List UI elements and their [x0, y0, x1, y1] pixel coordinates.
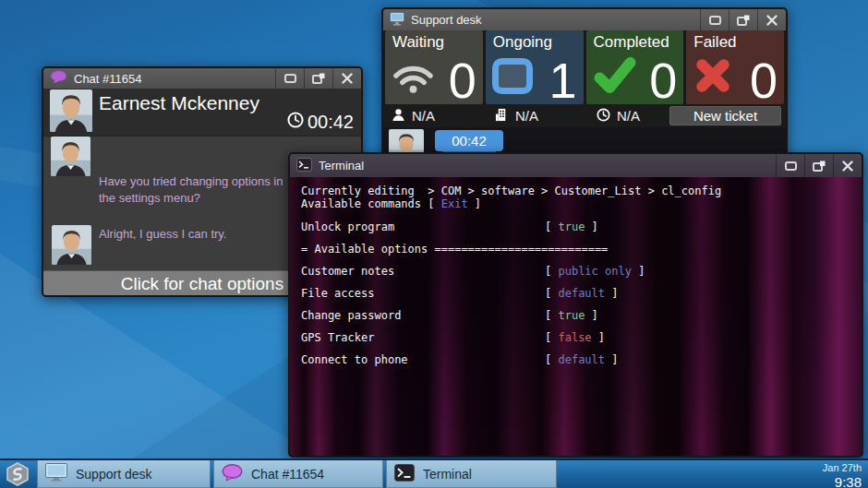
- option-label: Connect to phone: [301, 353, 545, 366]
- option-label: Change password: [301, 309, 545, 322]
- terminal-option-unlock[interactable]: Unlock program[ true ]: [301, 220, 862, 233]
- terminal-output: Currently editing > COM > software > Cus…: [290, 177, 862, 456]
- taskbar-item-label: Chat #11654: [251, 467, 324, 482]
- option-label: Customer notes: [301, 265, 545, 278]
- building-icon: [495, 108, 509, 125]
- exit-command[interactable]: Exit: [441, 197, 468, 210]
- chat-message: Alright, I guess I can try.: [99, 226, 296, 243]
- avatar: [51, 137, 90, 176]
- window-title: Chat #11654: [74, 72, 275, 86]
- info-customer: N/A: [392, 104, 435, 127]
- stat-failed: Failed 0: [686, 30, 784, 104]
- option-label: File access: [301, 287, 545, 300]
- bracket: ]: [605, 287, 618, 300]
- person-icon: [392, 108, 405, 125]
- option-value[interactable]: public only: [558, 265, 631, 278]
- info-company: N/A: [495, 104, 538, 127]
- taskbar-item-label: Support desk: [76, 467, 152, 482]
- commands-suffix: ]: [468, 197, 481, 210]
- chat-bubble-icon: [222, 464, 243, 484]
- bracket: ]: [592, 331, 605, 344]
- minimize-button[interactable]: [700, 9, 729, 30]
- clock-icon: [287, 112, 304, 133]
- bracket: ]: [585, 220, 597, 233]
- desktop: Support desk Waiting 0 Ongoing 1: [0, 0, 868, 488]
- option-value[interactable]: false: [558, 331, 591, 344]
- terminal-option-customer-notes[interactable]: Customer notes[ public only ]: [301, 265, 862, 278]
- stat-value: 0: [449, 55, 476, 105]
- option-label: Unlock program: [301, 220, 545, 233]
- window-title: Support desk: [411, 13, 700, 27]
- stat-value: 0: [750, 55, 778, 105]
- bracket: [: [545, 287, 558, 300]
- monitor-icon: [45, 463, 67, 484]
- taskbar: Support desk Chat #11654 Terminal Jan 27…: [0, 458, 868, 488]
- window-icon: [492, 58, 533, 98]
- restore-button[interactable]: [729, 9, 757, 30]
- bracket: ]: [585, 309, 597, 322]
- close-icon[interactable]: [757, 9, 786, 30]
- restore-button[interactable]: [304, 68, 332, 89]
- chat-titlebar[interactable]: Chat #11654: [43, 68, 361, 89]
- restore-button[interactable]: [804, 154, 833, 177]
- chat-customer-header: Earnest Mckenney 00:42: [43, 89, 361, 137]
- terminal-icon: [296, 158, 312, 174]
- stat-value: 0: [649, 55, 677, 105]
- ticket-stats-row: Waiting 0 Ongoing 1 Completed 0: [383, 30, 786, 104]
- minimize-button[interactable]: [776, 154, 804, 177]
- bracket: ]: [605, 353, 618, 366]
- chat-bubble-icon: [50, 70, 67, 87]
- option-value[interactable]: true: [558, 220, 585, 233]
- terminal-options-separator: = Available options ====================…: [301, 243, 862, 256]
- minimize-button[interactable]: [275, 68, 304, 89]
- stat-waiting: Waiting 0: [385, 30, 483, 104]
- window-title: Terminal: [319, 159, 776, 173]
- customer-name: Earnest Mckenney: [99, 92, 259, 114]
- stat-label: Completed: [594, 33, 669, 52]
- chat-timer: 00:42: [287, 112, 354, 133]
- stat-completed: Completed 0: [586, 30, 684, 104]
- taskbar-time: 9:38: [823, 474, 862, 488]
- close-icon[interactable]: [833, 154, 862, 177]
- terminal-option-connect-phone[interactable]: Connect to phone[ default ]: [301, 353, 862, 366]
- option-label: GPS Tracker: [301, 331, 545, 344]
- new-ticket-button[interactable]: New ticket: [669, 106, 781, 125]
- close-icon[interactable]: [332, 68, 361, 89]
- option-value[interactable]: true: [558, 309, 585, 322]
- taskbar-item-chat[interactable]: Chat #11654: [213, 460, 383, 488]
- ticket-timer-badge: 00:42: [435, 130, 503, 151]
- taskbar-clock[interactable]: Jan 27th 9:38: [823, 462, 862, 488]
- info-time: N/A: [597, 104, 640, 127]
- option-value[interactable]: default: [558, 287, 605, 300]
- terminal-window: Terminal Currently editing > COM > softw…: [288, 152, 863, 458]
- info-value: N/A: [412, 108, 435, 124]
- bracket: ]: [632, 265, 645, 278]
- bracket: [: [545, 331, 558, 344]
- start-logo-icon[interactable]: [6, 462, 30, 486]
- info-value: N/A: [515, 108, 538, 124]
- chat-timer-value: 00:42: [307, 112, 354, 133]
- stat-label: Ongoing: [493, 33, 552, 52]
- bracket: [: [545, 265, 558, 278]
- ticket-info-row: N/A N/A N/A New ticket: [383, 104, 786, 127]
- monitor-icon: [390, 12, 404, 29]
- terminal-option-gps-tracker[interactable]: GPS Tracker[ false ]: [301, 331, 862, 344]
- commands-prefix: Available commands [: [301, 197, 441, 210]
- terminal-icon: [394, 464, 415, 484]
- cross-icon: [693, 57, 733, 98]
- terminal-option-file-access[interactable]: File access[ default ]: [301, 287, 862, 300]
- support-desk-titlebar[interactable]: Support desk: [383, 9, 786, 30]
- terminal-breadcrumb: Currently editing > COM > software > Cus…: [301, 184, 862, 197]
- wifi-icon: [392, 61, 435, 98]
- terminal-titlebar[interactable]: Terminal: [290, 154, 862, 177]
- terminal-option-change-password[interactable]: Change password[ true ]: [301, 309, 862, 322]
- bracket: [: [545, 353, 558, 366]
- option-value[interactable]: default: [558, 353, 605, 366]
- check-icon: [593, 56, 637, 98]
- clock-icon: [597, 108, 610, 125]
- avatar: [50, 89, 92, 132]
- taskbar-item-terminal[interactable]: Terminal: [386, 460, 557, 488]
- bracket: [: [545, 220, 558, 233]
- taskbar-date: Jan 27th: [823, 462, 862, 474]
- taskbar-item-support-desk[interactable]: Support desk: [37, 460, 211, 488]
